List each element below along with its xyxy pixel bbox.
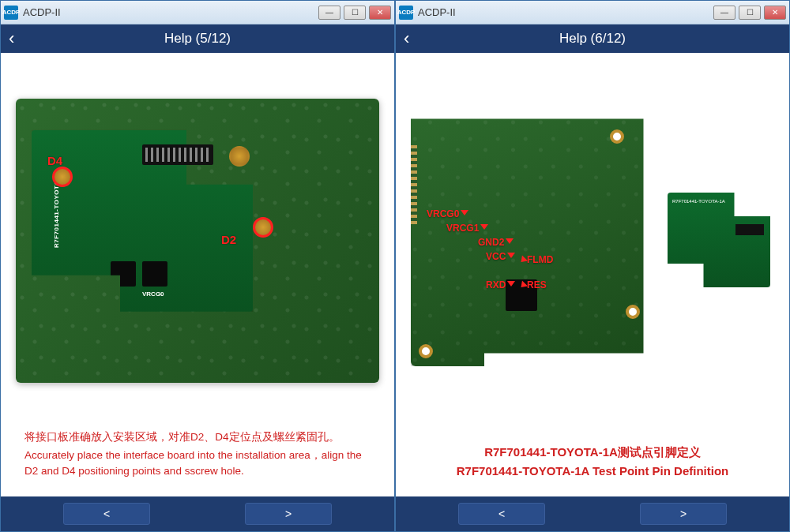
pin-label-vrcg1: VRCG1: [446, 223, 488, 234]
pin-label-gnd2: GND2: [478, 237, 514, 248]
back-button[interactable]: ‹: [9, 28, 14, 49]
pcb-board-main: [411, 106, 656, 366]
window-right: ACDP ACDP-II — ☐ ✕ ‹ Help (6/12) VRCG0 V…: [395, 0, 790, 532]
close-button[interactable]: ✕: [369, 6, 391, 20]
caption-line: R7F701441-TOYOTA-1A Test Point Pin Defin…: [419, 462, 766, 481]
app-icon: ACDP: [4, 6, 18, 20]
close-button[interactable]: ✕: [764, 6, 786, 20]
chip-icon: [142, 261, 167, 287]
small-board-label: R7F701441-TOYOTA-1A: [672, 199, 725, 204]
pcb-adapter-small: R7F701441-TOYOTA-1A: [668, 193, 770, 287]
pin-header-icon: [142, 144, 213, 165]
mount-hole-icon: [610, 129, 624, 144]
pin-header-icon: [735, 224, 764, 235]
pin-label-flmd: FLMD: [517, 254, 553, 265]
help-image: R7F701441-TOYOTA-1A VRCG0 D4 D2: [9, 61, 386, 420]
prev-button[interactable]: <: [63, 503, 150, 525]
content-area: R7F701441-TOYOTA-1A VRCG0 D4 D2 将接口板准确放入…: [1, 53, 394, 496]
callout-d4: D4: [47, 154, 62, 167]
caption: 将接口板准确放入安装区域，对准D2、D4定位点及螺丝紧固孔。 Accuratel…: [9, 420, 386, 489]
standoff-d4: [52, 167, 73, 187]
window-left: ACDP ACDP-II — ☐ ✕ ‹ Help (5/12) R7F7014…: [0, 0, 395, 532]
app-title: ACDP-II: [23, 6, 61, 18]
pin-label-res: RES: [517, 279, 547, 290]
page-title: Help (5/12): [164, 31, 231, 47]
content-area: VRCG0 VRCG1 GND2 VCC FLMD RXD RES R7F701…: [396, 53, 789, 496]
standoff-icon: [229, 146, 250, 167]
caption: R7F701441-TOYOTA-1A测试点引脚定义 R7F701441-TOY…: [404, 435, 781, 489]
next-button[interactable]: >: [245, 503, 332, 525]
page-header: ‹ Help (6/12): [396, 24, 789, 53]
page-title: Help (6/12): [559, 31, 626, 47]
pcb-board-large: R7F701441-TOYOTA-1A VRCG0 D4 D2: [16, 99, 379, 383]
mount-hole-icon: [626, 305, 640, 319]
callout-d2: D2: [221, 233, 236, 246]
pin-label-rxd: RXD: [486, 279, 515, 290]
help-image: VRCG0 VRCG1 GND2 VCC FLMD RXD RES R7F701…: [404, 61, 781, 435]
chip-icon: [111, 261, 136, 287]
mount-hole-icon: [419, 344, 433, 358]
caption-line: Accurately place the interface board int…: [24, 448, 371, 480]
app-title: ACDP-II: [418, 6, 456, 18]
prev-button[interactable]: <: [458, 503, 545, 525]
maximize-button[interactable]: ☐: [739, 6, 761, 20]
titlebar[interactable]: ACDP ACDP-II — ☐ ✕: [396, 1, 789, 24]
caption-line: R7F701441-TOYOTA-1A测试点引脚定义: [419, 443, 766, 462]
footer-nav: < >: [1, 496, 394, 531]
minimize-button[interactable]: —: [713, 6, 735, 20]
board-signal-label: VRCG0: [142, 290, 164, 298]
standoff-d2: [253, 217, 273, 238]
footer-nav: < >: [396, 496, 789, 531]
pin-label-vrcg0: VRCG0: [427, 208, 468, 219]
maximize-button[interactable]: ☐: [344, 6, 366, 20]
minimize-button[interactable]: —: [318, 6, 340, 20]
page-header: ‹ Help (5/12): [1, 24, 394, 53]
app-icon: ACDP: [399, 6, 413, 20]
caption-line: 将接口板准确放入安装区域，对准D2、D4定位点及螺丝紧固孔。: [24, 429, 371, 445]
titlebar[interactable]: ACDP ACDP-II — ☐ ✕: [1, 1, 394, 24]
pin-label-vcc: VCC: [486, 251, 515, 262]
edge-connector-icon: [411, 145, 417, 224]
next-button[interactable]: >: [640, 503, 727, 525]
back-button[interactable]: ‹: [404, 28, 409, 49]
